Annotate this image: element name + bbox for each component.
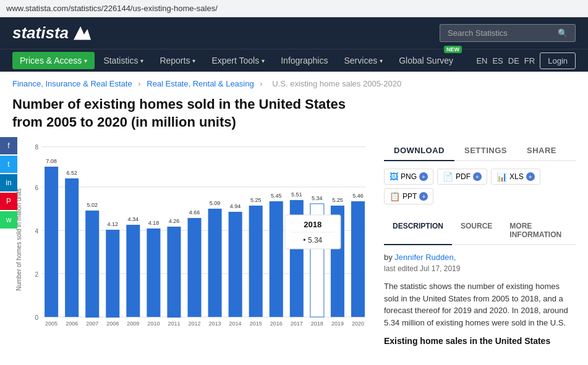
search-box[interactable]: Search Statistics 🔍 [440,24,576,42]
ppt-icon: 📋 [390,191,400,201]
svg-text:2014: 2014 [229,321,242,327]
bar-2012[interactable] [187,218,201,317]
svg-text:2013: 2013 [209,321,221,327]
nav-right: EN ES DE FR Login [476,52,576,69]
svg-text:0: 0 [35,314,39,321]
ppt-plus: + [419,192,428,201]
section-heading: Existing home sales in the United States [384,336,576,346]
breadcrumb-link-2[interactable]: Real Estate, Rental & Leasing [147,79,254,88]
tab-description[interactable]: DESCRIPTION [384,217,452,245]
png-plus: + [419,172,428,181]
bar-2020[interactable] [351,201,365,317]
download-xls-button[interactable]: 📊 XLS + [491,169,540,185]
bar-2010[interactable] [147,229,160,317]
bar-2007[interactable] [85,211,99,317]
nav-item-expert[interactable]: Expert Tools ▾ [204,49,272,72]
svg-text:2016: 2016 [270,321,283,327]
download-png-button[interactable]: 🖼 PNG + [384,169,433,185]
nav-item-infographics[interactable]: Infographics [273,49,335,72]
bar-2014[interactable] [229,212,242,317]
url-bar: www.statista.com/statistics/226144/us-ex… [0,0,588,17]
nav-item-global[interactable]: NEW Global Survey [391,49,461,72]
svg-text:2019: 2019 [331,321,344,327]
svg-text:6: 6 [35,185,39,191]
bar-2011[interactable] [167,227,181,317]
svg-text:4.66: 4.66 [189,209,200,216]
svg-text:5.09: 5.09 [210,200,221,206]
logo[interactable]: statista [12,23,91,43]
download-ppt-button[interactable]: 📋 PPT + [384,188,433,204]
svg-text:2009: 2009 [127,321,139,327]
lang-de[interactable]: DE [508,56,519,65]
nav-item-reports[interactable]: Reports ▾ [152,49,203,72]
svg-text:2005: 2005 [45,321,58,327]
breadcrumb-separator: › [260,79,265,88]
logo-icon [74,27,91,40]
bar-2005[interactable] [45,167,58,317]
nav-statistics-label: Statistics [103,56,138,65]
nav-item-prices[interactable]: Prices & Access ▾ [12,52,95,69]
lang-fr[interactable]: FR [524,56,535,65]
nav-services-label: Services [344,56,377,65]
bar-2013[interactable] [208,209,222,317]
nav-item-services[interactable]: Services ▾ [336,49,390,72]
bar-2009[interactable] [126,225,140,317]
svg-text:5.46: 5.46 [352,193,364,199]
xls-label: XLS [509,172,524,181]
logo-text: statista [12,23,69,43]
nav-expert-label: Expert Tools [211,56,259,65]
new-badge: NEW [444,46,462,53]
facebook-button[interactable]: f [0,137,17,154]
tab-source[interactable]: SOURCE [452,217,501,244]
svg-text:4.18: 4.18 [148,220,160,226]
search-placeholder: Search Statistics [448,28,508,38]
svg-text:2018: 2018 [304,220,322,229]
lang-en[interactable]: EN [476,56,487,65]
linkedin-button[interactable]: in [0,174,17,191]
nav: Prices & Access ▾ Statistics ▾ Reports ▾… [0,49,588,72]
desc-tabs: DESCRIPTION SOURCE MORE INFORMATION [384,217,576,245]
svg-text:5.25: 5.25 [332,197,343,203]
breadcrumb-current: U.S. existing home sales 2005-2020 [272,79,401,88]
pinterest-button[interactable]: P [0,193,17,210]
twitter-button[interactable]: t [0,156,17,173]
lang-es[interactable]: ES [492,56,503,65]
bar-2008[interactable] [106,230,119,317]
chevron-down-icon: ▾ [380,57,383,64]
bar-2015[interactable] [249,206,263,317]
pdf-label: PDF [456,172,471,181]
description-text: The statistic shows the number of existi… [384,280,576,329]
svg-text:• 5.34: • 5.34 [303,236,322,245]
png-icon: 🖼 [390,172,398,182]
bar-2006[interactable] [65,178,79,317]
breadcrumb-link-1[interactable]: Finance, Insurance & Real Estate [12,79,132,88]
svg-text:5.45: 5.45 [271,193,282,199]
login-button[interactable]: Login [540,52,576,69]
nav-global-label: Global Survey [399,56,453,65]
svg-text:4.12: 4.12 [108,221,119,227]
download-pdf-button[interactable]: 📄 PDF + [437,169,487,185]
nav-prices-label: Prices & Access [20,56,82,65]
svg-text:2018: 2018 [311,321,323,327]
page-title: Number of existing homes sold in the Uni… [0,96,371,141]
bar-chart: Number of homes sold in million units 0 … [12,141,372,338]
tab-download[interactable]: DOWNLOAD [384,141,454,161]
nav-item-statistics[interactable]: Statistics ▾ [96,49,151,72]
tab-more-info[interactable]: MORE INFORMATION [501,217,576,244]
svg-text:5.51: 5.51 [291,191,302,198]
bar-2016[interactable] [270,201,283,317]
whatsapp-button[interactable]: w [0,211,17,229]
tab-share[interactable]: SHARE [517,141,566,160]
author-link[interactable]: Jennifer Rudden, [394,253,456,262]
svg-text:5.25: 5.25 [250,197,262,203]
svg-text:7.08: 7.08 [46,158,57,164]
nav-left: Prices & Access ▾ Statistics ▾ Reports ▾… [12,49,461,72]
svg-text:2015: 2015 [250,321,262,327]
svg-text:2007: 2007 [86,321,98,327]
sidebar: DOWNLOAD SETTINGS SHARE 🖼 PNG + 📄 PDF + … [384,141,576,346]
svg-text:2017: 2017 [291,321,303,327]
png-label: PNG [401,172,417,181]
svg-text:2011: 2011 [168,321,180,327]
tab-settings[interactable]: SETTINGS [454,141,517,160]
search-icon: 🔍 [558,28,568,38]
